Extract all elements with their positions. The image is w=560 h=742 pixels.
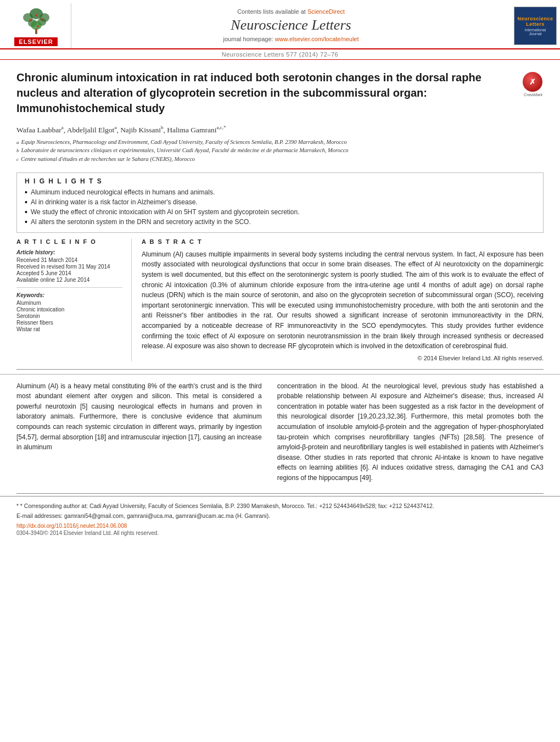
elsevier-logo: ELSEVIER — [0, 3, 71, 48]
crossmark-icon: ✗ — [523, 72, 542, 92]
badge-sub: InternationalJournal — [525, 28, 546, 36]
journal-badge-box: NeuroscienceLetters InternationalJournal — [514, 7, 557, 45]
article-title-section: Chronic aluminum intoxication in rat ind… — [0, 60, 560, 121]
affiliation-c: c Centre national d'études et de recherc… — [16, 155, 544, 164]
svg-point-9 — [35, 14, 37, 16]
affiliations: a Equip Neurosciences, Pharmacology and … — [16, 138, 544, 164]
body-section: Aluminum (Al) is a heavy metal constitut… — [0, 374, 560, 489]
homepage-link[interactable]: www.elsevier.com/locate/neulet — [275, 36, 359, 42]
crossmark-label: CrossMark — [523, 93, 544, 97]
abstract-text: Aluminum (Al) causes multiple impairment… — [142, 249, 544, 352]
journal-badge: NeuroscienceLetters InternationalJournal — [511, 3, 560, 48]
highlight-item-1: •Aluminum induced neurological effects i… — [25, 188, 535, 197]
affiliation-a: a Equip Neurosciences, Pharmacology and … — [16, 138, 544, 147]
footnotes-section: * * Corresponding author at: Cadi Ayyad … — [0, 496, 560, 540]
article-info-column: A R T I C L E I N F O Article history: R… — [16, 238, 132, 361]
highlights-title: H I G H L I G H T S — [25, 177, 535, 185]
abstract-copyright: © 2014 Elsevier Ireland Ltd. All rights … — [142, 355, 544, 361]
affiliation-b: b Laboratoire de neurosciences cliniques… — [16, 146, 544, 155]
journal-ref-line: Neuroscience Letters 577 (2014) 72–76 — [0, 49, 560, 60]
authors-line: Wafaa Laabbara, Abdeljalil Elgota, Najib… — [16, 125, 544, 135]
elsevier-tree-icon — [17, 5, 55, 36]
svg-point-7 — [30, 19, 32, 21]
body-left-column: Aluminum (Al) is a heavy metal constitut… — [16, 381, 270, 483]
body-paragraph-right-1: concentration in the blood. At the neuro… — [277, 381, 544, 483]
elsevier-brand-label: ELSEVIER — [14, 37, 57, 46]
journal-header: ELSEVIER Contents lists available at Sci… — [0, 0, 560, 49]
date-revised: Received in revised form 31 May 2014 — [16, 264, 122, 270]
article-title-text: Chronic aluminum intoxication in rat ind… — [16, 70, 516, 116]
article-info-title: A R T I C L E I N F O — [16, 238, 122, 245]
date-received: Received 31 March 2014 — [16, 257, 122, 263]
keyword-2: Chronic intoxication — [16, 306, 122, 313]
journal-center: Contents lists available at ScienceDirec… — [71, 3, 511, 48]
abstract-column: A B S T R A C T Aluminum (Al) causes mul… — [132, 238, 544, 361]
journal-name: Neuroscience Letters — [231, 17, 351, 34]
sciencedirect-line: Contents lists available at ScienceDirec… — [237, 8, 345, 15]
date-accepted: Accepted 5 June 2014 — [16, 270, 122, 276]
abstract-title: A B S T R A C T — [142, 238, 544, 245]
highlights-list: •Aluminum induced neurological effects i… — [25, 188, 535, 226]
keywords-title: Keywords: — [16, 292, 122, 298]
footnote-email: E-mail addresses: gamrani54@gmail.com, g… — [16, 512, 544, 520]
author-2: Abdeljalil Elgot — [67, 126, 115, 134]
body-paragraph-left-1: Aluminum (Al) is a heavy metal constitut… — [16, 381, 262, 453]
footnote-doi[interactable]: http://dx.doi.org/10.1016/j.neulet.2014.… — [16, 523, 544, 529]
article-history-title: Article history: — [16, 249, 122, 255]
highlight-item-4: •Al alters the serotonin system in the D… — [25, 218, 535, 226]
keyword-5: Wistar rat — [16, 326, 122, 332]
sciencedirect-link[interactable]: ScienceDirect — [307, 8, 345, 15]
homepage-line: journal homepage: www.elsevier.com/locat… — [223, 36, 359, 42]
divider-1 — [16, 287, 122, 288]
footnote-copyright: 0304-3940/© 2014 Elsevier Ireland Ltd. A… — [16, 530, 544, 536]
date-online: Available online 12 June 2014 — [16, 277, 122, 283]
authors-section: Wafaa Laabbara, Abdeljalil Elgota, Najib… — [0, 121, 560, 166]
svg-point-8 — [41, 18, 43, 20]
article-title: Chronic aluminum intoxication in rat ind… — [16, 70, 516, 116]
badge-title: NeuroscienceLetters — [517, 16, 553, 27]
body-right-column: concentration in the blood. At the neuro… — [270, 381, 544, 483]
svg-rect-6 — [35, 29, 37, 34]
crossmark-badge: ✗ CrossMark — [523, 72, 544, 97]
body-divider — [16, 369, 544, 370]
keyword-4: Reissner fibers — [16, 320, 122, 326]
keyword-3: Serotonin — [16, 313, 122, 319]
keyword-1: Aluminum — [16, 300, 122, 306]
highlight-item-3: •We study the effect of chronic intoxica… — [25, 208, 535, 216]
svg-point-5 — [31, 21, 42, 30]
author-1: Wafaa Laabbar — [16, 126, 61, 134]
highlights-section: H I G H L I G H T S •Aluminum induced ne… — [16, 172, 544, 233]
author-3: Najib Kissani — [120, 126, 161, 134]
highlight-item-2: •Al in drinking water is a risk factor i… — [25, 198, 535, 207]
svg-point-10 — [37, 25, 39, 27]
footnote-corresponding: * * Corresponding author at: Cadi Ayyad … — [16, 502, 544, 510]
author-4: Halima Gamrani — [167, 126, 216, 134]
two-column-section: A R T I C L E I N F O Article history: R… — [0, 238, 560, 361]
footnotes-divider — [16, 493, 544, 494]
